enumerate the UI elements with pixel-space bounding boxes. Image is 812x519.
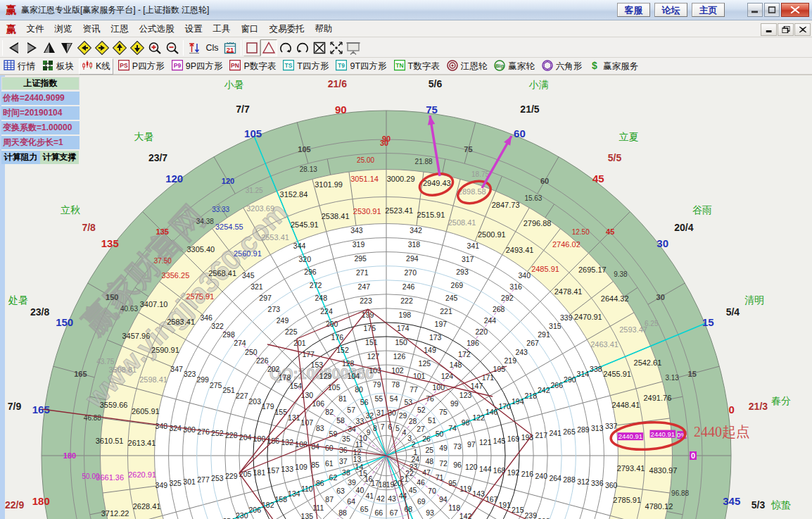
delete-box-icon[interactable] (311, 39, 328, 56)
rotate-cw-icon[interactable] (277, 39, 294, 56)
mdi-restore-button[interactable] (778, 23, 794, 36)
svg-text:109: 109 (295, 463, 307, 471)
svg-text:3559.66: 3559.66 (100, 401, 128, 409)
nav-last-icon[interactable] (23, 39, 40, 56)
svg-text:3000.29: 3000.29 (387, 175, 415, 183)
svg-text:21/3: 21/3 (749, 401, 768, 412)
view-pn[interactable]: PNP数字表 (227, 59, 278, 74)
view-hexagon[interactable]: 六角形 (540, 59, 585, 74)
menu-5[interactable]: 设置 (179, 21, 208, 37)
svg-text:83: 83 (316, 424, 324, 432)
svg-text:2491.76: 2491.76 (644, 394, 672, 402)
presentation-icon[interactable] (345, 39, 362, 56)
svg-text:处暑: 处暑 (8, 294, 28, 306)
forum-button[interactable]: 论坛 (654, 3, 687, 17)
draw-triangle-icon[interactable] (260, 39, 277, 56)
view-quote-grid[interactable]: 行情 (1, 59, 37, 74)
svg-text:$: $ (592, 60, 597, 71)
step-down-icon[interactable] (128, 39, 146, 56)
svg-text:343: 343 (350, 226, 363, 235)
svg-text:220: 220 (475, 327, 488, 336)
svg-text:28: 28 (409, 417, 417, 425)
menu-3[interactable]: 江恩 (106, 21, 134, 37)
mdi-close-button[interactable] (794, 23, 811, 36)
svg-text:135: 135 (101, 237, 119, 249)
svg-text:294: 294 (406, 254, 419, 263)
svg-text:2568.41: 2568.41 (208, 269, 236, 277)
svg-text:2628.41: 2628.41 (133, 502, 161, 511)
svg-text:9.38: 9.38 (614, 270, 628, 278)
svg-text:120: 120 (465, 463, 478, 471)
nav-down-icon[interactable] (58, 39, 75, 56)
svg-text:30: 30 (656, 293, 665, 301)
customer-service-button[interactable]: 客服 (617, 3, 650, 17)
restore-button[interactable] (764, 3, 780, 17)
zoom-in-icon[interactable] (146, 39, 163, 56)
view-blocks[interactable]: 板块 (40, 59, 76, 74)
gann-wheel-chart[interactable]: 赢家财富网www.yingjia360.comQQ:10080036012345… (0, 75, 812, 519)
svg-text:173: 173 (429, 333, 442, 342)
menu-4[interactable]: 公式选股 (134, 21, 179, 37)
menu-0[interactable]: 文件 (21, 21, 49, 37)
view-ps[interactable]: PSP四方形 (116, 59, 167, 74)
svg-text:5/5: 5/5 (608, 152, 622, 163)
svg-text:133: 133 (281, 465, 293, 473)
svg-text:52: 52 (417, 406, 426, 414)
view-service[interactable]: $赢家服务 (587, 59, 640, 74)
sort-updown-icon[interactable] (186, 39, 203, 56)
svg-text:6.25: 6.25 (645, 320, 659, 327)
svg-text:15.63: 15.63 (524, 194, 542, 202)
svg-text:3407.10: 3407.10 (140, 300, 168, 308)
draw-square-icon[interactable] (243, 39, 260, 56)
svg-text:274: 274 (234, 339, 246, 347)
center-view-icon[interactable] (328, 39, 345, 56)
menu-8[interactable]: 交易委托 (264, 21, 310, 37)
view-tn[interactable]: TNT数字表 (392, 59, 442, 74)
view-gann-wheel[interactable]: 江恩轮 (445, 59, 490, 74)
svg-text:2695.17: 2695.17 (578, 265, 607, 274)
svg-text:249: 249 (277, 316, 289, 325)
svg-text:230: 230 (236, 511, 248, 519)
menu-6[interactable]: 工具 (208, 21, 236, 37)
svg-text:148: 148 (450, 361, 462, 369)
menu-7[interactable]: 窗口 (236, 21, 264, 37)
svg-text:2793.41: 2793.41 (617, 464, 645, 473)
menu-1[interactable]: 浏览 (49, 21, 77, 37)
minimize-button[interactable] (747, 3, 763, 17)
svg-text:3254.55: 3254.55 (215, 223, 243, 231)
view-p9[interactable]: P99P四方形 (170, 59, 225, 74)
homepage-button[interactable]: 主页 (692, 3, 725, 17)
view-winner-wheel[interactable]: Big赢家轮 (492, 59, 537, 74)
calc-resistance-button[interactable]: 计算阻力 (1, 151, 40, 164)
view-ts[interactable]: TST四方形 (281, 59, 331, 74)
svg-text:264: 264 (549, 474, 562, 482)
nav-up-icon[interactable] (40, 39, 58, 56)
svg-text:298: 298 (222, 330, 235, 339)
svg-text:春分: 春分 (771, 395, 791, 406)
svg-text:345: 345 (723, 495, 740, 507)
zoom-out-icon[interactable] (163, 39, 181, 56)
step-right-icon[interactable] (93, 39, 110, 56)
rotate-ccw-icon[interactable] (294, 39, 311, 56)
svg-text:33.33: 33.33 (212, 206, 229, 213)
calc-support-button[interactable]: 计算支撑 (40, 151, 79, 164)
nav-first-icon[interactable] (5, 39, 23, 56)
svg-text:344: 344 (293, 242, 306, 250)
svg-text:321: 321 (250, 282, 263, 291)
cls-icon[interactable]: Cls (203, 39, 221, 56)
mdi-minimize-button[interactable] (761, 23, 777, 36)
step-up-icon[interactable] (110, 39, 128, 56)
view-kline[interactable]: K线 (79, 58, 113, 75)
svg-text:192: 192 (507, 468, 520, 477)
menu-2[interactable]: 资讯 (77, 21, 106, 37)
svg-text:谷雨: 谷雨 (692, 204, 712, 215)
svg-text:2508.41: 2508.41 (448, 218, 476, 227)
svg-text:3051.14: 3051.14 (350, 175, 379, 183)
menu-9[interactable]: 帮助 (310, 21, 338, 37)
calendar-icon[interactable]: 21 (221, 39, 239, 56)
svg-text:2583.41: 2583.41 (167, 318, 195, 326)
close-button[interactable] (781, 3, 809, 17)
svg-text:288: 288 (563, 475, 576, 484)
view-t9[interactable]: T99T四方形 (334, 59, 388, 74)
step-left-icon[interactable] (75, 39, 93, 56)
